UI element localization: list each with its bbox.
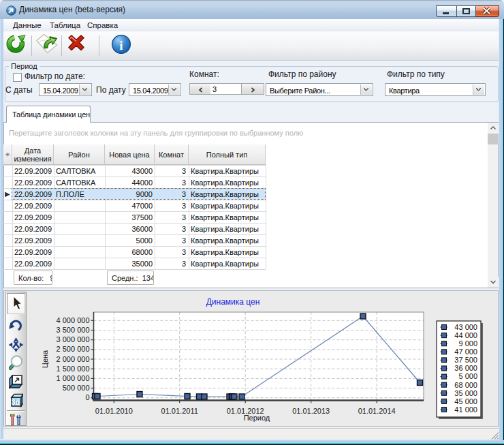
svg-text:Период: Период (244, 414, 270, 422)
svg-text:2 500 000: 2 500 000 (57, 345, 90, 353)
svg-text:i: i (119, 38, 123, 52)
svg-text:4 000 000: 4 000 000 (57, 316, 90, 324)
svg-text:2 000 000: 2 000 000 (57, 355, 90, 363)
svg-text:45 000: 45 000 (454, 397, 477, 405)
svg-text:0: 0 (85, 393, 89, 401)
svg-text:3d: 3d (12, 398, 20, 406)
svg-text:3 500 000: 3 500 000 (57, 326, 90, 334)
svg-text:41 000: 41 000 (454, 405, 477, 414)
svg-text:68 000: 68 000 (454, 381, 477, 389)
svg-text:Цена: Цена (41, 350, 49, 368)
svg-text:35 000: 35 000 (454, 389, 477, 397)
svg-text:44 000: 44 000 (454, 331, 477, 339)
svg-text:3 000 000: 3 000 000 (57, 335, 90, 343)
svg-text:01.01.2013: 01.01.2013 (292, 407, 330, 415)
svg-text:01.01.2010: 01.01.2010 (95, 407, 133, 415)
svg-text:9 000: 9 000 (458, 339, 477, 348)
svg-text:500 000: 500 000 (63, 384, 90, 392)
svg-text:1 000 000: 1 000 000 (57, 374, 90, 382)
svg-text:Динамика цен: Динамика цен (206, 297, 260, 307)
svg-text:01.01.2014: 01.01.2014 (358, 407, 396, 415)
svg-text:36 000: 36 000 (454, 364, 477, 372)
svg-text:37 500: 37 500 (454, 356, 477, 364)
svg-text:43 000: 43 000 (454, 323, 477, 331)
svg-text:1 500 000: 1 500 000 (57, 365, 90, 373)
svg-text:01.01.2011: 01.01.2011 (161, 407, 198, 415)
svg-text:5 000: 5 000 (458, 372, 477, 380)
svg-text:47 000: 47 000 (454, 348, 477, 356)
